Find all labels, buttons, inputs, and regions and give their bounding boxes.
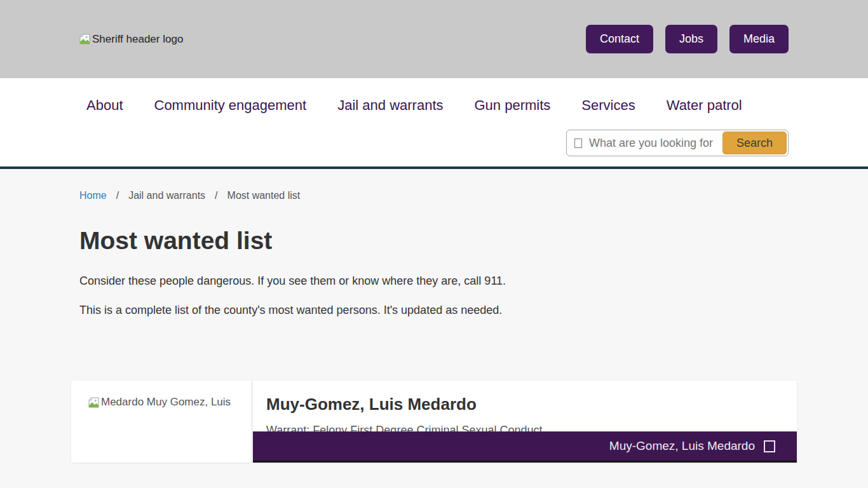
accordion-bar-label: Muy-Gomez, Luis Medardo bbox=[609, 439, 755, 453]
wanted-photo: Medardo Muy Gomez, Luis bbox=[71, 381, 251, 463]
nav-item-water-patrol[interactable]: Water patrol bbox=[667, 97, 742, 113]
site-header: Sheriff header logo Contact Jobs Media bbox=[0, 0, 868, 78]
intro-paragraph-danger: Consider these people dangerous. If you … bbox=[79, 274, 789, 288]
wanted-person-name: Muy-Gomez, Luis Medardo bbox=[266, 395, 797, 414]
intro-paragraph-list-info: This is a complete list of the county's … bbox=[79, 304, 789, 317]
page-title: Most wanted list bbox=[79, 227, 789, 255]
header-button-group: Contact Jobs Media bbox=[586, 25, 789, 53]
wanted-accordion-bar[interactable]: Muy-Gomez, Luis Medardo bbox=[253, 431, 797, 463]
contact-button[interactable]: Contact bbox=[586, 25, 653, 53]
breadcrumb-current-page: Most wanted list bbox=[227, 190, 301, 201]
nav-links: About Community engagement Jail and warr… bbox=[86, 97, 789, 114]
breadcrumb-separator: / bbox=[116, 190, 119, 201]
wanted-card: Medardo Muy Gomez, Luis Muy-Gomez, Luis … bbox=[71, 381, 797, 463]
nav-item-services[interactable]: Services bbox=[581, 97, 635, 113]
breadcrumb-separator: / bbox=[215, 190, 217, 201]
accordion-toggle-icon bbox=[764, 440, 775, 452]
page-content: Home / Jail and warrants / Most wanted l… bbox=[0, 190, 868, 463]
breadcrumb: Home / Jail and warrants / Most wanted l… bbox=[79, 190, 789, 201]
breadcrumb-home-link[interactable]: Home bbox=[79, 190, 107, 201]
broken-image-icon bbox=[79, 34, 90, 44]
main-nav: About Community engagement Jail and warr… bbox=[0, 78, 868, 169]
nav-item-gun-permits[interactable]: Gun permits bbox=[475, 97, 551, 113]
search-icon bbox=[574, 139, 582, 148]
jobs-button[interactable]: Jobs bbox=[665, 25, 717, 53]
media-button[interactable]: Media bbox=[729, 25, 789, 53]
nav-item-about[interactable]: About bbox=[86, 97, 123, 113]
nav-item-jail-and-warrants[interactable]: Jail and warrants bbox=[337, 97, 443, 113]
breadcrumb-jail-and-warrants: Jail and warrants bbox=[128, 190, 205, 201]
site-search: Search bbox=[566, 130, 789, 156]
search-input[interactable] bbox=[589, 137, 721, 150]
header-logo[interactable]: Sheriff header logo bbox=[79, 33, 183, 46]
wanted-photo-alt-text: Medardo Muy Gomez, Luis bbox=[101, 396, 231, 409]
header-logo-alt-text: Sheriff header logo bbox=[92, 33, 183, 46]
broken-image-icon bbox=[88, 397, 99, 408]
nav-item-community-engagement[interactable]: Community engagement bbox=[154, 97, 307, 113]
search-button[interactable]: Search bbox=[722, 132, 787, 154]
